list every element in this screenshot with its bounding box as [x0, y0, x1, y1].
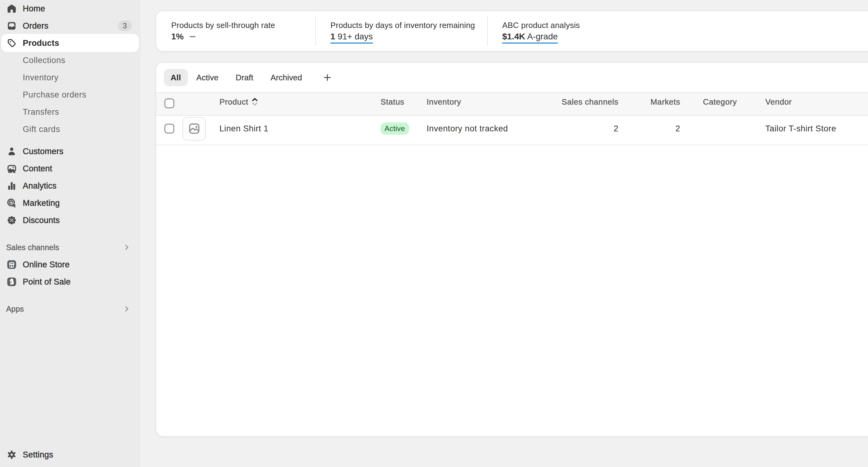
svg-text:S: S [10, 280, 12, 284]
